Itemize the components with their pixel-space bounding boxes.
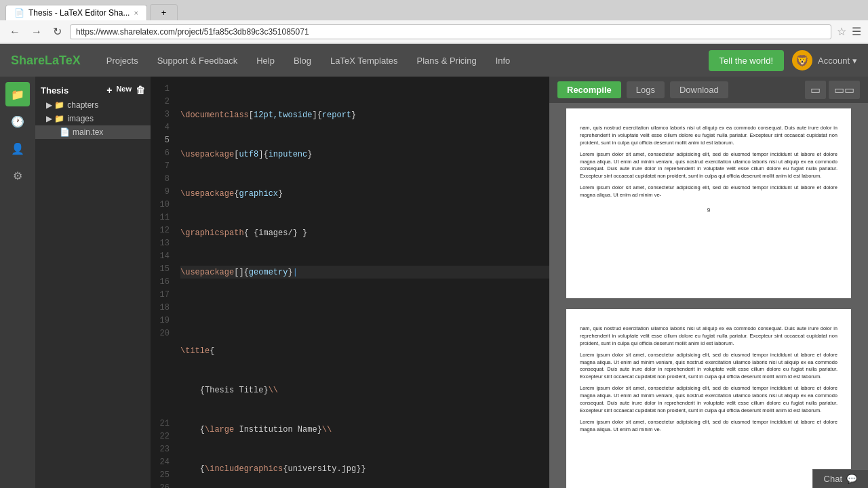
folder-images-icon: ▶ 📁 bbox=[46, 114, 64, 123]
nav-links: Projects Support & Feedback Help Blog La… bbox=[97, 46, 520, 75]
forward-btn[interactable]: → bbox=[28, 24, 45, 39]
new-tab-btn[interactable]: + bbox=[150, 4, 178, 20]
file-tree-actions: + New 🗑 bbox=[106, 85, 145, 96]
menu-btn[interactable]: ☰ bbox=[852, 25, 861, 38]
code-content: \documentclass[12pt,twoside]{report} \us… bbox=[175, 77, 549, 488]
delete-btn[interactable]: 🗑 bbox=[136, 85, 145, 96]
account-chevron-icon: ▾ bbox=[852, 56, 857, 66]
single-page-btn[interactable]: ▭ bbox=[805, 81, 826, 99]
main-layout: 📁 🕐 👤 ⚙ Thesis + New 🗑 ▶ 📁 chapters ▶ 📁 … bbox=[0, 77, 868, 488]
tab-title: Thesis - LaTeX Editor Sha... bbox=[28, 8, 130, 18]
sidebar-history-icon[interactable]: 🕐 bbox=[5, 109, 30, 134]
sidebar-settings-icon[interactable]: ⚙ bbox=[5, 163, 30, 188]
tab-close-btn[interactable]: × bbox=[134, 9, 138, 17]
back-btn[interactable]: ← bbox=[7, 24, 23, 39]
file-main-tex[interactable]: 📄 main.tex bbox=[35, 125, 151, 139]
logs-btn[interactable]: Logs bbox=[627, 81, 665, 98]
folder-images[interactable]: ▶ 📁 images bbox=[35, 112, 151, 125]
folder-chapters-icon: ▶ 📁 bbox=[46, 100, 64, 110]
tab-favicon: 📄 bbox=[14, 8, 24, 18]
line-numbers: 1 2 3 4 5 6 7 8 9 10 11 12 13 14 15 16 1… bbox=[151, 77, 175, 488]
new-file-label[interactable]: New bbox=[116, 85, 132, 96]
pdf-text-block-1: nam, quis nostrud exercitation ullamco l… bbox=[580, 125, 837, 199]
nav-support[interactable]: Support & Feedback bbox=[148, 46, 248, 75]
folder-images-label: images bbox=[67, 114, 94, 123]
chat-icon: 💬 bbox=[846, 474, 857, 484]
pdf-toolbar: Recompile Logs Download ▭ ▭▭ bbox=[549, 77, 868, 103]
pdf-pages[interactable]: nam, quis nostrud exercitation ullamco l… bbox=[549, 103, 868, 488]
double-page-btn[interactable]: ▭▭ bbox=[829, 81, 860, 99]
user-avatar: 🦁 bbox=[792, 50, 812, 70]
app-navbar: ShareLaTeX Projects Support & Feedback H… bbox=[0, 44, 868, 77]
view-toggle-btns: ▭ ▭▭ bbox=[805, 81, 860, 99]
nav-pricing[interactable]: Plans & Pricing bbox=[408, 46, 486, 75]
pdf-page-1: nam, quis nostrud exercitation ullamco l… bbox=[566, 108, 851, 298]
tab-bar: 📄 Thesis - LaTeX Editor Sha... × + bbox=[0, 0, 868, 20]
active-tab[interactable]: 📄 Thesis - LaTeX Editor Sha... × bbox=[5, 5, 147, 20]
sidebar-share-icon[interactable]: 👤 bbox=[5, 136, 30, 161]
left-sidebar: 📁 🕐 👤 ⚙ bbox=[0, 77, 35, 488]
editor-content: 1 2 3 4 5 6 7 8 9 10 11 12 13 14 15 16 1… bbox=[151, 77, 549, 488]
chat-label: Chat bbox=[824, 474, 842, 484]
folder-chapters[interactable]: ▶ 📁 chapters bbox=[35, 98, 151, 112]
nav-projects[interactable]: Projects bbox=[97, 46, 148, 75]
file-main-tex-label: main.tex bbox=[73, 127, 103, 137]
address-bar: ← → ↻ ☆ ☰ bbox=[0, 20, 868, 43]
bookmark-btn[interactable]: ☆ bbox=[837, 25, 846, 38]
pdf-panel: Recompile Logs Download ▭ ▭▭ nam, quis n… bbox=[549, 77, 868, 488]
browser-chrome: 📄 Thesis - LaTeX Editor Sha... × + ← → ↻… bbox=[0, 0, 868, 44]
nav-blog[interactable]: Blog bbox=[284, 46, 321, 75]
nav-templates[interactable]: LaTeX Templates bbox=[321, 46, 408, 75]
recompile-btn[interactable]: Recompile bbox=[557, 81, 621, 98]
new-file-btn[interactable]: + bbox=[106, 85, 112, 96]
refresh-btn[interactable]: ↻ bbox=[50, 24, 64, 39]
file-tree: Thesis + New 🗑 ▶ 📁 chapters ▶ 📁 images 📄… bbox=[35, 77, 151, 488]
file-tex-icon: 📄 bbox=[60, 127, 70, 137]
account-link[interactable]: Account ▾ bbox=[818, 56, 857, 66]
nav-info[interactable]: Info bbox=[486, 46, 520, 75]
pdf-page-2: nam, quis nostrud exercitation ullamco l… bbox=[566, 309, 851, 488]
file-tree-header: Thesis + New 🗑 bbox=[35, 82, 151, 98]
pdf-page-number-1: 9 bbox=[580, 203, 837, 218]
sidebar-files-icon[interactable]: 📁 bbox=[5, 82, 30, 106]
project-title: Thesis bbox=[41, 85, 68, 96]
download-btn[interactable]: Download bbox=[670, 81, 728, 98]
chat-btn[interactable]: Chat 💬 bbox=[812, 469, 868, 488]
pdf-text-block-2: nam, quis nostrud exercitation ullamco l… bbox=[580, 325, 837, 433]
tell-world-btn[interactable]: Tell the world! bbox=[709, 50, 784, 71]
app-logo: ShareLaTeX bbox=[11, 54, 81, 68]
folder-chapters-label: chapters bbox=[67, 100, 98, 110]
nav-help[interactable]: Help bbox=[247, 46, 284, 75]
code-editor[interactable]: 1 2 3 4 5 6 7 8 9 10 11 12 13 14 15 16 1… bbox=[151, 77, 549, 488]
address-input[interactable] bbox=[70, 24, 831, 39]
